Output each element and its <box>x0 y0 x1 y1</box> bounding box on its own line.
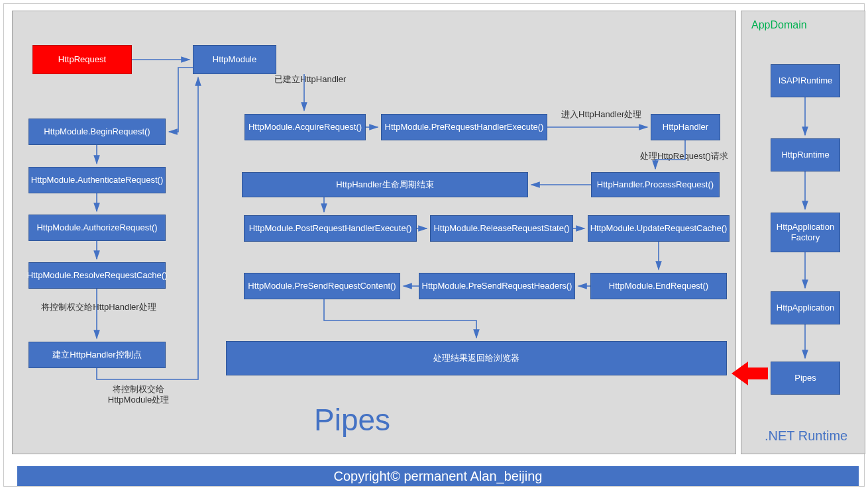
box-begin-request: HttpModule.BeginRequest() <box>28 119 166 145</box>
left-panel: HttpRequest HttpModule HttpModule.BeginR… <box>12 11 736 454</box>
box-http-application: HttpApplication <box>771 291 840 324</box>
box-http-app-factory: HttpApplication Factory <box>771 213 840 252</box>
right-panel: AppDomain ISAPIRuntime HttpRuntime HttpA… <box>741 11 865 454</box>
box-http-runtime: HttpRuntime <box>771 138 840 172</box>
lbl-release-request-state: HttpModule.ReleaseRequestState() <box>433 223 569 234</box>
box-create-handler: 建立HttpHandler控制点 <box>28 342 166 368</box>
lbl-http-handler: HttpHandler <box>663 122 708 132</box>
lbl-authorize-request: HttpModule.AuthorizeRequest() <box>36 222 157 233</box>
box-http-request: HttpRequest <box>32 45 132 74</box>
box-authenticate-request: HttpModule.AuthenticateRequest() <box>28 167 166 193</box>
lbl-pre-send-request-headers: HttpModule.PreSendRequestHeaders() <box>422 281 572 291</box>
box-pre-request-handler-execute: HttpModule.PreRequestHandlerExecute() <box>381 114 547 140</box>
lbl-post-request-handler-execute: HttpModule.PostRequestHandlerExecute() <box>249 223 412 234</box>
big-red-arrow-icon <box>732 360 770 387</box>
box-authorize-request: HttpModule.AuthorizeRequest() <box>28 215 166 241</box>
lbl-http-request: HttpRequest <box>58 54 106 65</box>
box-process-request: HttpHandler.ProcessRequest() <box>591 172 720 197</box>
footer-bar: Copyright© permanent Alan_beijing <box>17 466 859 486</box>
lbl-pre-request-handler-execute: HttpModule.PreRequestHandlerExecute() <box>385 122 544 132</box>
lbl-resolve-request-cache: HttpModule.ResolveRequestCache() <box>27 270 168 281</box>
lbl-return-to-browser: 处理结果返回给浏览器 <box>433 353 519 364</box>
box-pre-send-request-headers: HttpModule.PreSendRequestHeaders() <box>419 273 575 299</box>
box-pre-send-request-content: HttpModule.PreSendRequestContent() <box>244 273 400 299</box>
lbl-process-request: HttpHandler.ProcessRequest() <box>597 179 714 190</box>
pipes-title: Pipes <box>314 402 390 438</box>
lbl-http-runtime: HttpRuntime <box>781 150 829 160</box>
svg-marker-18 <box>732 362 768 385</box>
box-acquire-request: HttpModule.AcquireRequest() <box>244 114 366 140</box>
box-post-request-handler-execute: HttpModule.PostRequestHandlerExecute() <box>244 215 417 242</box>
box-http-module: HttpModule <box>193 45 276 74</box>
lbl-pre-send-request-content: HttpModule.PreSendRequestContent() <box>248 281 396 291</box>
lbl-pipes: Pipes <box>794 373 816 383</box>
label-enter-http-handler: 进入HttpHandler处理 <box>561 109 641 121</box>
lbl-handler-lifecycle-end: HttpHandler生命周期结束 <box>336 179 433 190</box>
box-handler-lifecycle-end: HttpHandler生命周期结束 <box>242 172 528 197</box>
box-update-request-cache: HttpModule.UpdateRequestCache() <box>588 215 730 242</box>
label-handler-established: 已建立HttpHandler <box>274 74 346 85</box>
label-to-http-handler: 将控制权交给HttpHandler处理 <box>32 301 165 313</box>
box-release-request-state: HttpModule.ReleaseRequestState() <box>430 215 573 242</box>
lbl-end-request: HttpModule.EndRequest() <box>609 281 708 291</box>
footer-text: Copyright© permanent Alan_beijing <box>334 469 543 484</box>
box-resolve-request-cache: HttpModule.ResolveRequestCache() <box>28 262 166 289</box>
box-pipes: Pipes <box>771 362 840 395</box>
box-end-request: HttpModule.EndRequest() <box>590 273 727 299</box>
net-runtime-title: .NET Runtime <box>765 428 847 444</box>
lbl-isapi-runtime: ISAPIRuntime <box>779 75 833 86</box>
outer-frame: HttpRequest HttpModule HttpModule.BeginR… <box>3 3 865 487</box>
label-process-http-request: 处理HttpRequest()请求 <box>640 150 728 162</box>
lbl-http-app-factory-2: Factory <box>791 232 820 243</box>
lbl-http-application: HttpApplication <box>777 303 834 313</box>
lbl-http-app-factory-1: HttpApplication <box>777 222 834 232</box>
app-domain-title: AppDomain <box>751 19 807 31</box>
label-to-http-module-2: HttpModule处理 <box>99 394 178 406</box>
lbl-http-module: HttpModule <box>213 54 256 65</box>
lbl-acquire-request: HttpModule.AcquireRequest() <box>248 122 362 132</box>
box-http-handler: HttpHandler <box>651 114 720 140</box>
lbl-update-request-cache: HttpModule.UpdateRequestCache() <box>590 223 728 234</box>
box-isapi-runtime: ISAPIRuntime <box>771 64 840 97</box>
lbl-authenticate-request: HttpModule.AuthenticateRequest() <box>31 175 163 185</box>
box-return-to-browser: 处理结果返回给浏览器 <box>226 341 727 375</box>
lbl-begin-request: HttpModule.BeginRequest() <box>44 126 150 137</box>
lbl-create-handler: 建立HttpHandler控制点 <box>52 350 141 360</box>
